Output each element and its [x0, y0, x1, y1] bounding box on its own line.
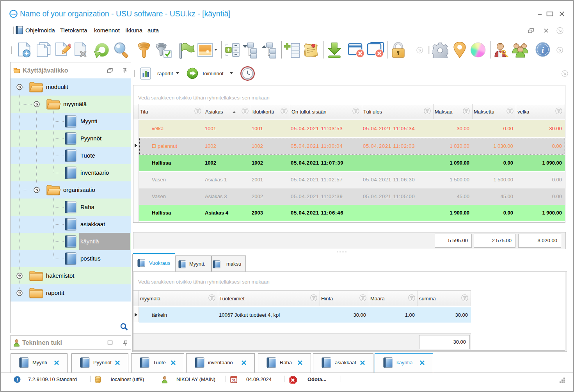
- svg-text:i: i: [16, 377, 18, 383]
- svg-text:usu: usu: [11, 12, 16, 16]
- svg-text:i: i: [542, 45, 544, 55]
- svg-text:31: 31: [232, 378, 236, 382]
